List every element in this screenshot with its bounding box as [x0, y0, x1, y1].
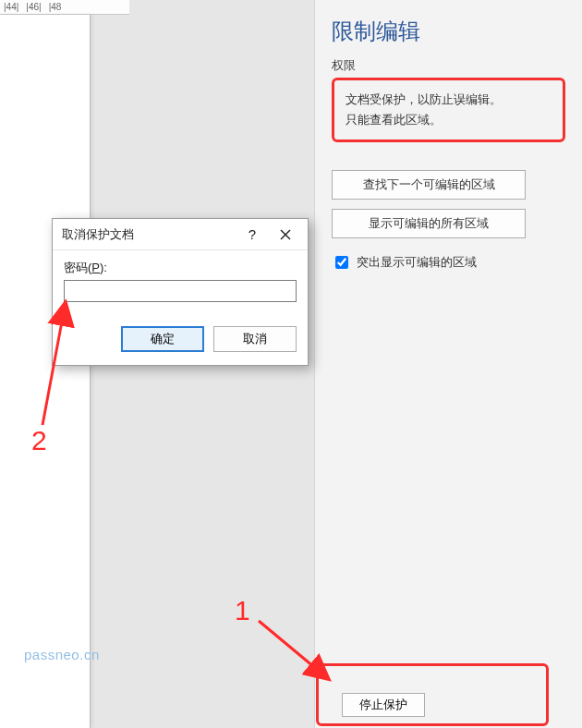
ruler: |44| |46| |48: [0, 0, 129, 15]
pane-title: 限制编辑: [332, 17, 565, 46]
password-input[interactable]: [64, 280, 297, 302]
restrict-editing-pane: 限制编辑 权限 文档受保护，以防止误编辑。 只能查看此区域。 查找下一个可编辑的…: [314, 0, 582, 728]
dialog-button-row: 确定 取消: [64, 326, 297, 352]
help-icon[interactable]: ?: [236, 222, 269, 248]
password-label: 密码(P):: [64, 260, 297, 276]
ruler-mark: |46|: [26, 2, 41, 12]
highlight-editable-checkbox[interactable]: [335, 256, 348, 269]
info-line: 文档受保护，以防止误编辑。: [346, 90, 552, 110]
protection-info-box: 文档受保护，以防止误编辑。 只能查看此区域。: [332, 78, 565, 142]
ok-button[interactable]: 确定: [121, 326, 204, 352]
highlight-editable-checkbox-row[interactable]: 突出显示可编辑的区域: [332, 253, 565, 272]
unprotect-dialog: 取消保护文档 ? 密码(P): 确定 取消: [52, 218, 309, 366]
show-all-editable-button[interactable]: 显示可编辑的所有区域: [332, 209, 526, 238]
watermark: passneo.cn: [24, 647, 100, 662]
annotation-number-2: 2: [31, 425, 47, 456]
close-icon[interactable]: [269, 222, 302, 248]
cancel-button[interactable]: 取消: [213, 326, 297, 352]
dialog-titlebar[interactable]: 取消保护文档 ?: [53, 219, 308, 250]
stop-protection-button[interactable]: 停止保护: [342, 693, 425, 717]
dialog-title: 取消保护文档: [62, 226, 236, 243]
info-line: 只能查看此区域。: [346, 110, 552, 130]
ruler-mark: |44|: [4, 2, 18, 12]
dialog-body: 密码(P): 确定 取消: [53, 250, 308, 365]
highlight-editable-label: 突出显示可编辑的区域: [357, 254, 477, 271]
pane-subheading: 权限: [332, 57, 565, 74]
ruler-mark: |48: [49, 2, 62, 12]
annotation-number-1: 1: [235, 595, 250, 626]
document-page[interactable]: [0, 15, 91, 728]
find-next-editable-button[interactable]: 查找下一个可编辑的区域: [332, 170, 526, 200]
